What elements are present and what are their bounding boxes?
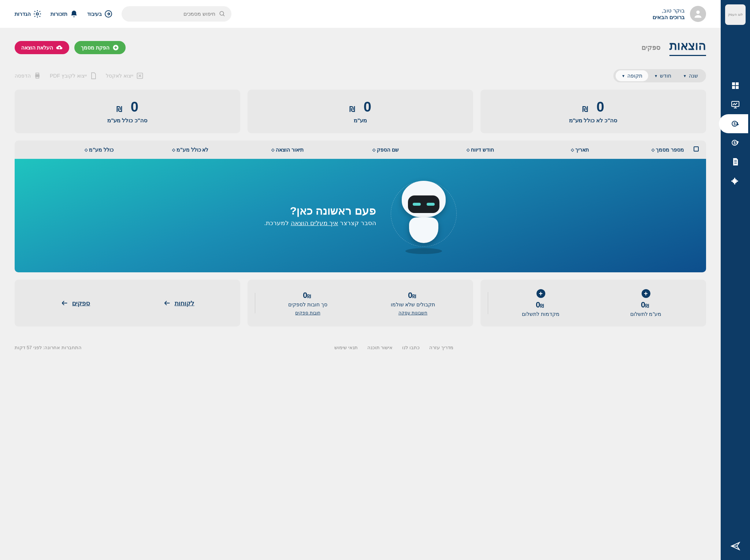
add-advance-payment-button[interactable]: +: [536, 289, 545, 298]
generate-document-button[interactable]: הפקת מסמך: [74, 41, 126, 54]
settings-action[interactable]: הגדרות: [15, 10, 42, 18]
svg-rect-0: [732, 82, 735, 85]
last-login: התחברות אחרונה: לפני 57 דקות: [15, 345, 82, 350]
col-date[interactable]: תאריך◇: [498, 147, 589, 153]
arrow-left-icon: [163, 299, 171, 307]
svg-rect-17: [36, 76, 39, 78]
expenses-table: מספר מסמך◇ תאריך◇ חודש דיווח◇ שם הספק◇ ת…: [15, 141, 706, 272]
col-doc-number[interactable]: מספר מסמך◇: [593, 147, 684, 153]
empty-title: פעם ראשונה כאן?: [264, 204, 376, 217]
svg-rect-2: [732, 86, 735, 89]
gear-icon: [33, 10, 42, 18]
money-out-icon: $: [731, 119, 740, 128]
excel-icon: [136, 72, 144, 79]
empty-help-link[interactable]: איך מעלים הוצאה: [291, 220, 338, 227]
sort-icon: ◇: [467, 148, 469, 152]
processing-action[interactable]: בעיבוד: [87, 10, 113, 18]
puzzle-icon: [731, 176, 740, 185]
svg-point-10: [220, 11, 223, 15]
debts-card: 0₪ תקבולים שלא שולמו חשבונות עסקה 0₪ סך …: [248, 280, 473, 326]
send-icon: [731, 541, 740, 551]
sidebar-send[interactable]: [721, 537, 750, 556]
svg-rect-3: [736, 86, 739, 89]
debts-link[interactable]: חובות ספקים: [295, 310, 320, 316]
money-in-icon: $: [731, 138, 740, 147]
svg-rect-1: [736, 82, 739, 85]
filter-month[interactable]: חודש ▼: [648, 70, 677, 81]
svg-rect-4: [732, 101, 739, 107]
empty-state-banner: פעם ראשונה כאן? הסבר קצרצר איך מעלים הוצ…: [15, 159, 706, 272]
payments-card: + 0₪ מע"מ לתשלום + 0₪ מקדמות לתשלום: [480, 280, 706, 326]
col-description[interactable]: תיאור הוצאה◇: [212, 147, 304, 153]
sidebar-item-addons[interactable]: [721, 171, 750, 190]
robot-illustration: [391, 177, 457, 254]
export-pdf[interactable]: ייצוא לקובץ PDF: [50, 72, 97, 79]
svg-point-12: [36, 13, 38, 15]
reminders-action[interactable]: תזכורות: [51, 10, 78, 18]
unpaid-link[interactable]: חשבונות עסקה: [398, 310, 427, 316]
footer: מדריך עזרה כתבו לנו אישור תוכנה תנאי שימ…: [0, 337, 721, 358]
suppliers-link[interactable]: ספקים: [60, 299, 90, 307]
sort-icon: ◇: [85, 148, 87, 152]
grid-icon: [731, 81, 740, 90]
svg-point-9: [696, 11, 699, 14]
export-excel[interactable]: ייצוא לאקסל: [106, 72, 144, 79]
col-excl-vat[interactable]: לא כולל מע"מ◇: [117, 147, 209, 153]
caret-down-icon: ▼: [621, 74, 625, 78]
avatar[interactable]: [690, 6, 706, 22]
sort-icon: ◇: [271, 148, 274, 152]
sort-icon: ◇: [172, 148, 174, 152]
sidebar-item-reports[interactable]: [721, 95, 750, 114]
sidebar: לוגו העסק $ $: [721, 0, 750, 560]
upload-expense-button[interactable]: העלאת הוצאה: [15, 41, 69, 54]
footer-cert[interactable]: אישור תוכנה: [367, 345, 393, 350]
user-greeting: בוקר טוב, ברוכים הבאים: [653, 6, 706, 22]
sidebar-item-income[interactable]: $: [721, 133, 750, 152]
chart-screen-icon: [731, 100, 740, 109]
summary-vat: 0 ₪ מע"מ: [248, 90, 473, 133]
sidebar-item-documents[interactable]: [721, 152, 750, 171]
col-incl-vat[interactable]: כולל מע"מ◇: [22, 147, 114, 153]
nav-card: לקוחות ספקים: [15, 280, 240, 326]
pdf-icon: [90, 72, 97, 79]
footer-contact[interactable]: כתבו לנו: [402, 345, 420, 350]
caret-down-icon: ▼: [683, 74, 687, 78]
customers-link[interactable]: לקוחות: [163, 299, 194, 307]
svg-text:$: $: [734, 122, 736, 126]
processing-icon: [104, 10, 113, 18]
search-box[interactable]: [122, 6, 231, 22]
col-supplier[interactable]: שם הספק◇: [307, 147, 399, 153]
filter-period[interactable]: תקופה ▼: [616, 70, 648, 81]
sort-icon: ◇: [372, 148, 375, 152]
col-report-month[interactable]: חודש דיווח◇: [402, 147, 494, 153]
date-filters: שנה ▼ חודש ▼ תקופה ▼: [613, 69, 706, 82]
user-icon: [693, 9, 703, 19]
footer-terms[interactable]: תנאי שימוש: [334, 345, 358, 350]
bell-icon: [70, 10, 78, 18]
arrow-left-icon: [60, 299, 68, 307]
footer-help[interactable]: מדריך עזרה: [429, 345, 453, 350]
add-vat-payment-button[interactable]: +: [642, 289, 650, 298]
sort-icon: ◇: [651, 148, 654, 152]
search-input[interactable]: [127, 11, 215, 17]
sidebar-item-expenses[interactable]: $: [719, 114, 748, 133]
caret-down-icon: ▼: [654, 74, 658, 78]
sidebar-item-dashboard[interactable]: [721, 76, 750, 95]
sort-icon: ◇: [571, 148, 573, 152]
document-icon: [731, 157, 740, 166]
greeting-line2: ברוכים הבאים: [653, 14, 685, 20]
print-icon: [34, 72, 41, 79]
tab-suppliers[interactable]: ספקים: [642, 44, 661, 52]
summary-excl-vat: 0 ₪ סה"כ לא כולל מע"מ: [480, 90, 706, 133]
empty-subtitle: הסבר קצרצר איך מעלים הוצאה למערכת.: [264, 219, 376, 227]
cloud-upload-icon: [56, 44, 63, 51]
greeting-line1: בוקר טוב,: [653, 7, 685, 14]
tab-expenses[interactable]: הוצאות: [669, 39, 706, 56]
svg-text:$: $: [734, 141, 736, 145]
topbar: בוקר טוב, ברוכים הבאים בעיבוד תזכורות: [0, 0, 721, 28]
filter-year[interactable]: שנה ▼: [677, 70, 704, 81]
svg-rect-16: [36, 73, 39, 75]
select-all-checkbox[interactable]: [694, 146, 699, 152]
search-icon: [219, 10, 226, 18]
print[interactable]: הדפסה: [15, 72, 41, 79]
